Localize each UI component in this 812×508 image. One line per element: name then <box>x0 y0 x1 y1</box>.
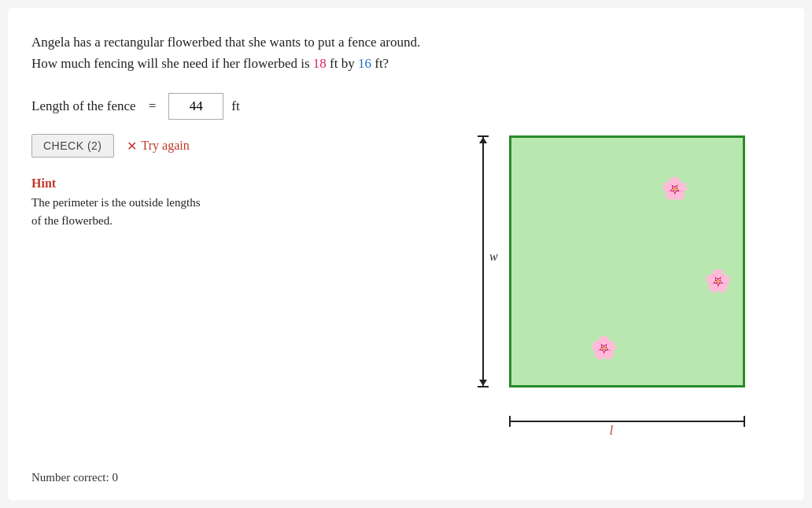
dim-separator: ft by <box>327 56 358 71</box>
fence-input[interactable] <box>168 93 223 120</box>
check-row: CHECK (2) ✕ Try again <box>31 134 442 158</box>
ft-label: ft <box>231 98 239 114</box>
l-label: l <box>610 424 613 438</box>
hint-line1: The perimeter is the outside lengths <box>31 196 201 209</box>
main-container: Angela has a rectangular flowerbed that … <box>8 8 804 500</box>
length-arrow <box>509 416 745 427</box>
flowerbed: 🌸 🌸 🌸 <box>509 135 745 387</box>
dimension2: 16 <box>358 56 371 71</box>
hint-line2: of the flowerbed. <box>31 214 113 227</box>
diagram: w 🌸 🌸 🌸 l <box>462 120 761 435</box>
length-cap-right <box>744 416 745 427</box>
arrow-line-h <box>511 421 744 422</box>
hint-text: The perimeter is the outside lengths of … <box>31 194 283 229</box>
try-again-text: Try again <box>142 139 190 153</box>
check-button[interactable]: CHECK (2) <box>31 134 114 158</box>
equals-sign: = <box>149 98 157 114</box>
dimension1: 18 <box>313 56 327 71</box>
fence-row: Length of the fence = ft <box>31 93 442 120</box>
main-area: Length of the fence = ft CHECK (2) ✕ Try… <box>31 93 781 462</box>
fence-label: Length of the fence <box>31 98 136 114</box>
flower-1: 🌸 <box>661 176 688 202</box>
left-panel: Length of the fence = ft CHECK (2) ✕ Try… <box>31 93 442 462</box>
right-panel: w 🌸 🌸 🌸 l <box>442 93 781 462</box>
arrow-line-v <box>482 137 484 386</box>
problem-text: Angela has a rectangular flowerbed that … <box>31 32 781 74</box>
flower-3: 🌸 <box>590 335 618 361</box>
width-arrow <box>478 135 489 387</box>
hint-section: Hint The perimeter is the outside length… <box>31 176 442 229</box>
w-label: w <box>489 250 498 264</box>
width-cap-bottom <box>478 386 489 387</box>
problem-line1: Angela has a rectangular flowerbed that … <box>31 35 420 50</box>
hint-title: Hint <box>31 176 442 191</box>
number-correct: Number correct: 0 <box>31 462 781 484</box>
x-mark: ✕ <box>127 139 137 154</box>
problem-line2-prefix: How much fencing will she need if her fl… <box>31 56 313 71</box>
try-again: ✕ Try again <box>127 139 190 154</box>
problem-line2-suffix: ft? <box>371 56 389 71</box>
flower-2: 🌸 <box>704 268 732 294</box>
